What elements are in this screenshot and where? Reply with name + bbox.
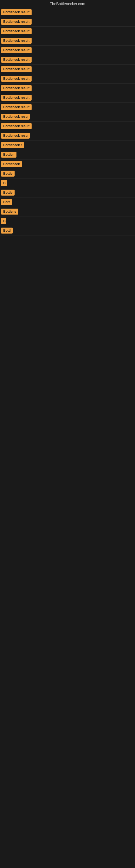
bottleneck-result-badge[interactable]: Bottleneck result <box>1 57 32 63</box>
bottleneck-result-badge[interactable]: Bottleneck result <box>1 38 32 44</box>
row-content: Bottleneck result <box>1 57 134 63</box>
list-item: Bottleneck result <box>0 84 135 93</box>
bottleneck-result-badge[interactable]: B <box>1 218 6 224</box>
list-item: B <box>0 216 135 226</box>
list-item: Bottleneck resu <box>0 112 135 122</box>
list-item: Bottleneck result <box>0 27 135 36</box>
list-item: Bottleneck result <box>0 122 135 131</box>
list-item: Bottle <box>0 188 135 197</box>
list-item: Bottleneck result <box>0 93 135 102</box>
row-content: Bottlen <box>1 152 134 158</box>
row-content: Bott <box>1 199 134 205</box>
list-item: Bottlen <box>0 150 135 159</box>
list-item: Bottle <box>0 169 135 179</box>
bottleneck-result-badge[interactable]: Bottlens <box>1 209 18 215</box>
row-content: Bottlens <box>1 209 134 215</box>
list-item: Bottlens <box>0 207 135 216</box>
row-content: Bottleneck result <box>1 123 134 129</box>
bottleneck-result-badge[interactable]: Bottlen <box>1 152 16 158</box>
row-content: Bottleneck r <box>1 142 134 148</box>
row-content: Bottleneck <box>1 161 134 167</box>
site-title: TheBottlenecker.com <box>0 0 135 8</box>
row-content: Bottleneck result <box>1 19 134 25</box>
list-item: Bottleneck result <box>0 55 135 65</box>
row-content: Bottleneck result <box>1 76 134 82</box>
bottleneck-result-badge[interactable]: Bottleneck result <box>1 123 32 129</box>
bottleneck-result-badge[interactable]: Bottleneck resu <box>1 133 30 138</box>
list-item: B <box>0 179 135 188</box>
list-item: Bottleneck result <box>0 65 135 74</box>
bottleneck-result-badge[interactable]: B <box>1 180 7 186</box>
row-content: B <box>1 180 134 186</box>
bottleneck-result-badge[interactable]: Bottleneck result <box>1 66 32 72</box>
list-item: Bottleneck result <box>0 8 135 17</box>
list-item: Bottleneck result <box>0 45 135 55</box>
bottleneck-result-badge[interactable]: Bottleneck <box>1 161 22 167</box>
bottleneck-result-badge[interactable]: Bottleneck result <box>1 95 32 101</box>
row-content: Bottleneck result <box>1 9 134 15</box>
row-content: B <box>1 218 134 224</box>
bottleneck-result-badge[interactable]: Bottl <box>1 227 13 234</box>
bottleneck-result-badge[interactable]: Bottleneck result <box>1 104 32 110</box>
row-content: Bottle <box>1 170 134 177</box>
row-content: Bottl <box>1 227 134 234</box>
list-item: Bottleneck resu <box>0 131 135 141</box>
row-content: Bottleneck result <box>1 38 134 44</box>
bottleneck-result-badge[interactable]: Bottleneck result <box>1 9 32 15</box>
list-item: Bottleneck result <box>0 36 135 45</box>
row-content: Bottleneck result <box>1 66 134 72</box>
bottleneck-result-badge[interactable]: Bottleneck result <box>1 47 32 53</box>
bottleneck-result-badge[interactable]: Bottleneck result <box>1 85 32 91</box>
row-content: Bottleneck result <box>1 85 134 91</box>
bottleneck-result-badge[interactable]: Bottleneck result <box>1 19 32 25</box>
list-item: Bottl <box>0 226 135 236</box>
list-item: Bottleneck r <box>0 141 135 150</box>
row-content: Bottleneck result <box>1 47 134 53</box>
list-item: Bottleneck <box>0 159 135 169</box>
bottleneck-result-badge[interactable]: Bottleneck resu <box>1 114 30 120</box>
bottleneck-result-badge[interactable]: Bottle <box>1 170 14 177</box>
list-item: Bottleneck result <box>0 102 135 112</box>
row-content: Bottleneck result <box>1 28 134 34</box>
bottleneck-result-badge[interactable]: Bott <box>1 199 12 205</box>
list-item: Bottleneck result <box>0 17 135 27</box>
row-content: Bottleneck result <box>1 95 134 101</box>
row-content: Bottle <box>1 190 134 195</box>
list-item: Bottleneck result <box>0 74 135 84</box>
bottleneck-result-badge[interactable]: Bottleneck result <box>1 76 32 82</box>
row-content: Bottleneck resu <box>1 114 134 120</box>
list-item: Bott <box>0 197 135 207</box>
row-content: Bottleneck resu <box>1 133 134 138</box>
bottleneck-result-badge[interactable]: Bottle <box>1 190 14 195</box>
bottleneck-result-badge[interactable]: Bottleneck r <box>1 142 24 148</box>
bottleneck-result-badge[interactable]: Bottleneck result <box>1 28 32 34</box>
row-content: Bottleneck result <box>1 104 134 110</box>
